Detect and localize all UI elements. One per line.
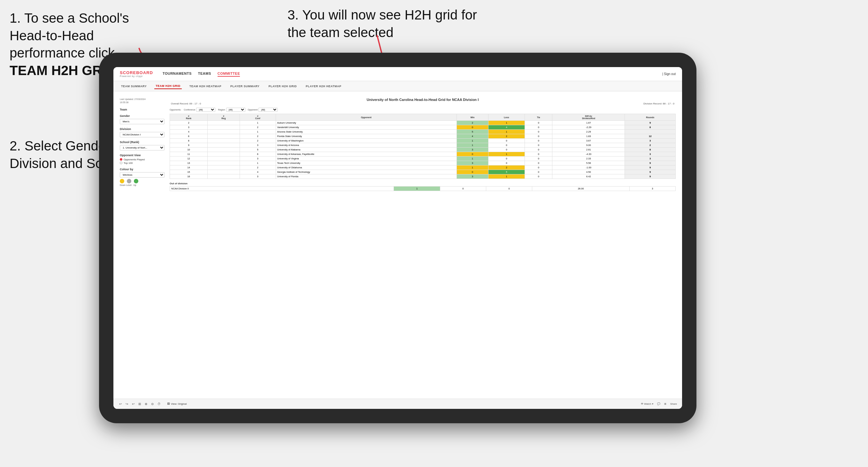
cell-rank: 15	[170, 170, 208, 175]
cell-diff: 6.42	[552, 175, 625, 179]
cell-conf: 2	[240, 125, 276, 130]
sub-nav-team-h2h-grid[interactable]: TEAM H2H GRID	[154, 83, 182, 89]
table-row: 13 1 Texas Tech University 3 0 0 5.56 9	[170, 161, 676, 165]
back-button[interactable]: ↩	[131, 402, 135, 406]
add-button[interactable]: ⊕	[144, 402, 148, 406]
cell-opponent: University of Virginia	[276, 157, 457, 161]
cell-win: 2	[457, 121, 489, 125]
data-table: #Rank #Reg #Conf Opponent Win Loss Tie D…	[169, 114, 676, 179]
logo-sub: Powered by clippi	[120, 75, 153, 77]
view-original[interactable]: 🖼 View: Original	[167, 403, 187, 405]
colour-select[interactable]: Win/loss	[120, 172, 164, 178]
cell-rounds: 2	[625, 143, 676, 148]
cell-reg	[208, 125, 240, 130]
cell-opponent: University of Washington	[276, 138, 457, 143]
cell-tie: 0	[525, 130, 552, 134]
cell-rounds: 8	[625, 148, 676, 152]
cell-rounds: 3	[625, 157, 676, 161]
cell-win: 3	[457, 148, 489, 152]
radio-opponents-played[interactable]: Opponents Played	[120, 158, 164, 161]
clock-button[interactable]: ⏱	[157, 402, 161, 406]
nav-teams[interactable]: TEAMS	[198, 71, 211, 77]
col-conf: #Conf	[240, 114, 276, 121]
radio-top100[interactable]: Top 100	[120, 162, 164, 164]
division-select[interactable]: NCAA Division I	[120, 132, 164, 137]
grid-button[interactable]: ⊞	[664, 403, 666, 405]
colour-up-label: Up	[132, 184, 137, 186]
sign-out[interactable]: | Sign out	[662, 72, 676, 76]
redo-button[interactable]: ↪	[125, 402, 129, 406]
out-of-division-label: Out of division	[169, 182, 676, 185]
region-filter-select[interactable]: (All)	[226, 107, 245, 112]
sub-nav-player-h2h-grid[interactable]: PLAYER H2H GRID	[267, 84, 298, 89]
minus-button[interactable]: ⊖	[151, 402, 154, 406]
col-reg: #Reg	[208, 114, 240, 121]
cell-rank: 9	[170, 143, 208, 148]
cell-loss: 0	[488, 157, 525, 161]
cell-win: 0	[457, 125, 489, 130]
cell-tie: 0	[525, 161, 552, 165]
col-loss: Loss	[488, 114, 525, 121]
radio-dot-1	[120, 158, 122, 161]
sub-nav-player-summary[interactable]: PLAYER SUMMARY	[229, 84, 261, 89]
nav-committee[interactable]: COMMITTEE	[218, 71, 240, 77]
conf-filter-select[interactable]: (All)	[196, 107, 215, 112]
out-cell-win: 1	[394, 187, 440, 191]
cell-conf: 5	[240, 148, 276, 152]
logo: SCOREBOARD Powered by clippi	[120, 71, 153, 77]
table-row: 3 2 Vanderbilt University 0 4 0 -2.29 8	[170, 125, 676, 130]
division-label: Division	[120, 127, 164, 131]
cell-reg	[208, 165, 240, 170]
cell-loss: 1	[488, 121, 525, 125]
cell-opponent: Florida State University	[276, 134, 457, 138]
colour-down-dot	[120, 179, 124, 183]
nav-bar: SCOREBOARD Powered by clippi TOURNAMENTS…	[114, 67, 682, 81]
watch-button[interactable]: 👁 Watch ▾	[641, 403, 653, 405]
gender-select[interactable]: Men's	[120, 119, 164, 124]
grid-title: University of North Carolina Head-to-Hea…	[169, 98, 676, 101]
instruction-1-text: 1. To see a School's Head-to-Head perfor…	[9, 10, 129, 60]
undo-button[interactable]: ↩	[119, 402, 122, 406]
speech-button[interactable]: 💬	[657, 403, 660, 405]
nav-links: TOURNAMENTS TEAMS COMMITTEE	[163, 71, 653, 77]
filter-row: Opponents: Conference (All) Region (All)	[169, 107, 676, 112]
sub-nav-team-h2h-heatmap[interactable]: TEAM H2H HEATMAP	[188, 84, 223, 89]
colour-label: Colour by	[120, 168, 164, 171]
cell-rounds: 9	[625, 175, 676, 179]
cell-opponent: Auburn University	[276, 121, 457, 125]
colour-up-dot	[134, 179, 138, 183]
left-panel: Last Updated: 27/03/2024 16:55:38 Team G…	[120, 98, 164, 392]
out-table-row: NCAA Division II 1 0 0 26.00 3	[170, 187, 676, 191]
nav-tournaments[interactable]: TOURNAMENTS	[163, 71, 192, 77]
cell-rounds	[625, 130, 676, 134]
view-label: View: Original	[171, 403, 187, 405]
col-rank: #Rank	[170, 114, 208, 121]
table-row: 6 2 Florida State University 4 2 0 1.83 …	[170, 134, 676, 138]
cell-diff: -2.29	[552, 125, 625, 130]
cell-tie: 0	[525, 165, 552, 170]
cell-rounds: 9	[625, 165, 676, 170]
cell-win: 1	[457, 165, 489, 170]
grid-panel: University of North Carolina Head-to-Hea…	[169, 98, 676, 392]
school-select[interactable]: 1. University of Nort...	[120, 145, 164, 151]
out-cell-diff: 26.00	[532, 187, 629, 191]
cell-tie: 0	[525, 152, 552, 157]
cell-rank: 6	[170, 134, 208, 138]
table-row: 16 3 University of Florida 3 1 0 6.42 9	[170, 175, 676, 179]
cell-rounds: 3	[625, 138, 676, 143]
cell-conf: 4	[240, 170, 276, 175]
cell-opponent: University of Alabama	[276, 148, 457, 152]
cell-diff: 9.00	[552, 143, 625, 148]
colour-down-label: Down	[120, 184, 124, 186]
opponent-filter-select[interactable]: (All)	[258, 107, 278, 112]
share-button[interactable]: Share	[670, 403, 677, 405]
cell-reg	[208, 148, 240, 152]
table-row: 9 3 University of Arizona 1 0 0 9.00 2	[170, 143, 676, 148]
forward-button[interactable]: ⊞	[138, 402, 142, 406]
sub-nav-team-summary[interactable]: TEAM SUMMARY	[120, 84, 148, 89]
sub-nav-player-h2h-heatmap[interactable]: PLAYER H2H HEATMAP	[305, 84, 343, 89]
cell-reg	[208, 130, 240, 134]
cell-win: 1	[457, 138, 489, 143]
instruction-3: 3. You will now see H2H grid for the tea…	[287, 6, 479, 41]
cell-loss: 1	[488, 175, 525, 179]
